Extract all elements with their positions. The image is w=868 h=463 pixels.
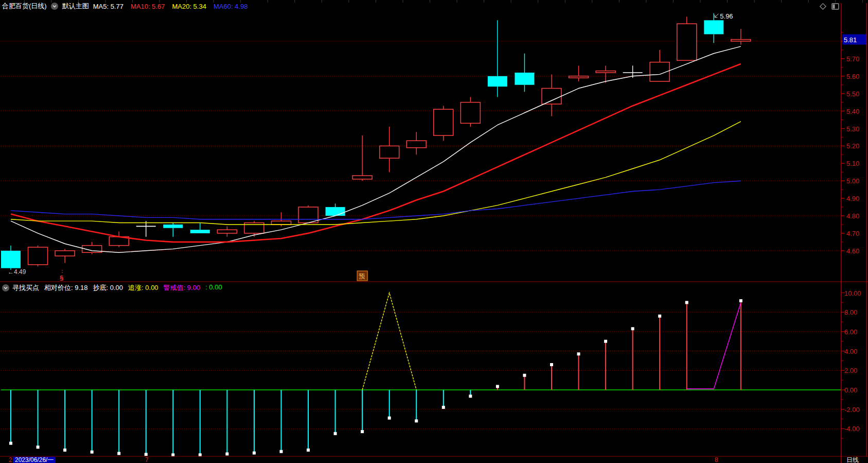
ma-line-ma20	[11, 122, 741, 225]
indicator-axis-label: 0.00	[844, 386, 857, 394]
bar-end-dot	[63, 449, 66, 452]
indicator-value-label: 抄底: 0.00	[93, 283, 123, 293]
candle-body-up[interactable]	[406, 141, 426, 148]
window-controls	[819, 3, 840, 10]
candle-body-up[interactable]	[460, 102, 480, 124]
price-axis-label: 5.20	[846, 142, 859, 150]
bar-end-dot	[442, 406, 445, 409]
last-price-tag-label: 5.81	[844, 36, 857, 44]
high-arrow	[715, 14, 718, 18]
ma-line-ma10	[11, 64, 741, 242]
bar-end-dot	[388, 417, 391, 420]
bar-end-dot	[550, 363, 553, 366]
bar-end-dot	[171, 453, 174, 456]
indicator-axis-label: 4.00	[844, 348, 857, 355]
bar-end-dot	[199, 453, 202, 456]
indicator-header: 寻找买点相对价位: 9.18抄底: 0.00追涨: 0.00警戒值: 9.00:…	[0, 283, 841, 293]
bar-end-dot	[37, 445, 40, 449]
indicator-value-label: 追涨: 0.00	[128, 283, 158, 293]
clipped-date-digit: 2	[9, 457, 12, 463]
candle-body-up[interactable]	[677, 24, 697, 60]
ma-value-label: MA5: 5.77	[93, 3, 123, 10]
bar-end-dot	[361, 430, 364, 433]
indicator-axis-label: -4.00	[844, 425, 860, 433]
candle-body-up[interactable]	[55, 251, 75, 256]
month-marker-7: 7	[145, 457, 149, 463]
candle-body-down[interactable]	[515, 73, 534, 85]
price-axis-label: 5.00	[846, 177, 859, 185]
candle-body-up[interactable]	[217, 230, 237, 233]
bar-end-dot	[469, 395, 472, 398]
candle-body-up[interactable]	[298, 207, 318, 223]
candle-body-up[interactable]	[380, 146, 399, 158]
price-axis-label: 4.80	[846, 212, 859, 220]
candle-body-up[interactable]	[272, 221, 291, 225]
candle-body-up[interactable]	[434, 109, 453, 135]
spike-line	[362, 293, 416, 390]
high-price-label: 5.96	[720, 12, 733, 20]
overlay-indicator-label[interactable]: 默认主图	[62, 2, 89, 11]
candle-body-up[interactable]	[569, 76, 589, 78]
candle-body-down[interactable]	[488, 76, 507, 87]
price-axis-label: 5.30	[846, 125, 859, 133]
bar-end-dot	[91, 451, 94, 454]
bar-end-dot	[658, 315, 661, 318]
candle-body-up[interactable]	[28, 247, 48, 265]
candle-body-up[interactable]	[542, 89, 561, 105]
price-axis-label: 5.70	[846, 55, 859, 63]
main-chart-header: 合肥百货(日线) 默认主图 MA5: 5.77MA10: 5.67MA20: 5…	[0, 0, 868, 12]
period-label[interactable]: 日线	[846, 457, 859, 463]
bar-end-dot	[145, 453, 148, 456]
alert-line	[687, 302, 741, 389]
bar-end-dot	[253, 452, 256, 455]
bar-end-dot	[117, 452, 120, 455]
diamond-icon[interactable]	[819, 3, 827, 10]
price-axis-label: 5.60	[846, 73, 859, 80]
ma-value-label: MA10: 5.67	[131, 3, 165, 10]
candle-body-down[interactable]	[1, 251, 21, 268]
indicator-axis-label: 10.00	[844, 289, 861, 297]
chevron-down-circle-icon[interactable]	[2, 284, 9, 291]
bar-end-dot	[739, 299, 742, 302]
stock-chart-window: 5.96←4.49§预5.805.705.605.505.405.305.205…	[0, 0, 868, 463]
bar-end-dot	[280, 450, 283, 453]
bar-end-dot	[577, 352, 580, 355]
indicator-axis-label: 8.00	[844, 308, 857, 316]
forecast-mark: 预	[359, 272, 365, 280]
low-price-label: ←4.49	[8, 268, 26, 276]
indicator-value-label: : 0.00	[205, 283, 222, 293]
price-axis-label: 5.50	[846, 90, 859, 98]
chart-canvas[interactable]: 5.96←4.49§预5.805.705.605.505.405.305.205…	[0, 0, 868, 463]
price-axis-label: 5.10	[846, 160, 859, 167]
bar-end-dot	[225, 452, 228, 455]
time-axis-bar[interactable]	[0, 457, 868, 463]
stock-title: 合肥百货(日线)	[2, 2, 47, 11]
chevron-down-circle-icon[interactable]	[51, 3, 58, 10]
indicator-axis-label: 6.00	[844, 328, 857, 336]
month-marker-8: 8	[715, 457, 718, 463]
bar-end-dot	[523, 374, 526, 377]
bar-end-dot	[604, 340, 607, 343]
candle-body-up[interactable]	[731, 40, 751, 41]
candle-body-down[interactable]	[190, 230, 210, 233]
candle-body-up[interactable]	[596, 71, 615, 73]
indicator-value-label: 警戒值: 9.00	[164, 283, 201, 293]
candle-body-down[interactable]	[163, 225, 183, 228]
ma-value-label: MA60: 4.98	[214, 3, 248, 10]
candle-body-up[interactable]	[352, 176, 372, 179]
bar-end-dot	[415, 419, 418, 422]
indicator-value-label: 相对价位: 9.18	[44, 283, 88, 293]
price-axis-label: 4.60	[846, 247, 859, 255]
ma-legend: MA5: 5.77MA10: 5.67MA20: 5.34MA60: 4.98	[93, 3, 248, 10]
split-layout-icon[interactable]	[831, 3, 840, 10]
bar-end-dot	[9, 442, 12, 445]
candle-body-down[interactable]	[704, 20, 723, 34]
candle-body-down[interactable]	[326, 207, 345, 216]
price-axis-label: 5.40	[846, 108, 859, 115]
indicator-values: 寻找买点相对价位: 9.18抄底: 0.00追涨: 0.00警戒值: 9.00:…	[12, 283, 222, 293]
bar-end-dot	[496, 385, 499, 388]
ma-line-ma60	[11, 181, 741, 219]
bar-end-dot	[307, 449, 310, 452]
bar-end-dot	[334, 432, 337, 435]
sell-mark: §	[60, 274, 63, 282]
